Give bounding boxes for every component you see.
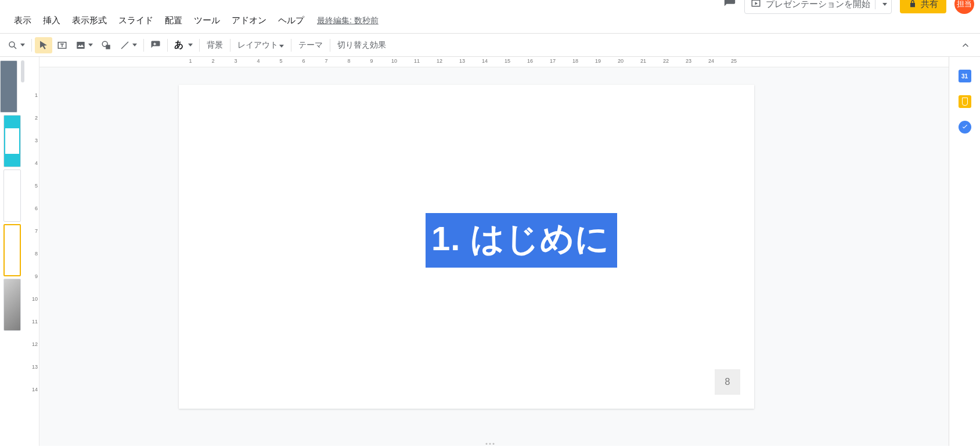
tasks-icon[interactable]: [959, 121, 971, 134]
chevron-down-icon: [88, 44, 93, 46]
ruler-vertical: 1234567891011121314: [24, 57, 39, 446]
slide-title-text[interactable]: 1. はじめに: [426, 213, 617, 268]
separator: [330, 39, 330, 52]
keep-icon[interactable]: [959, 95, 971, 108]
image-tool[interactable]: [72, 37, 96, 53]
slide-thumbnail[interactable]: [3, 115, 21, 167]
shape-icon: [101, 40, 111, 51]
separator: [199, 39, 200, 52]
collapse-toolbar-icon[interactable]: [960, 40, 971, 51]
share-label: 共有: [921, 0, 938, 10]
slide-thumbnail[interactable]: [0, 60, 17, 113]
filmstrip[interactable]: [0, 57, 24, 446]
layout-label: レイアウト: [237, 40, 278, 49]
cursor-icon: [38, 40, 49, 51]
slide-thumbnail[interactable]: [3, 170, 21, 222]
separator: [167, 39, 168, 52]
menu-view[interactable]: 表示: [8, 13, 37, 28]
title-bar: プレゼンテーションを開始 共有 担当: [0, 0, 980, 10]
line-tool[interactable]: [116, 37, 140, 53]
play-in-box-icon: [751, 0, 761, 9]
layout-button[interactable]: レイアウト: [233, 38, 289, 53]
lock-icon: [908, 0, 917, 9]
add-comment-icon: [150, 40, 161, 51]
calendar-icon[interactable]: 31: [959, 70, 971, 82]
chevron-down-icon: [279, 45, 284, 48]
side-panel: 31: [949, 57, 980, 446]
chevron-down-icon: [882, 3, 887, 6]
select-tool[interactable]: [35, 37, 52, 53]
textbox-icon: [57, 40, 67, 51]
page-number: 8: [715, 369, 740, 395]
share-button[interactable]: 共有: [900, 0, 946, 13]
zoom-button[interactable]: [4, 37, 28, 53]
menu-format[interactable]: 表示形式: [66, 13, 113, 28]
workspace: 1234567891011121314 12345678910111213141…: [0, 57, 980, 446]
avatar-initial: 担当: [957, 0, 972, 9]
svg-rect-4: [106, 45, 110, 49]
menu-tools[interactable]: ツール: [188, 13, 226, 28]
input-lang-label: あ: [174, 39, 183, 51]
svg-point-0: [9, 42, 15, 47]
present-button[interactable]: プレゼンテーションを開始: [744, 0, 892, 14]
textbox-tool[interactable]: [53, 37, 71, 53]
present-dropdown[interactable]: [875, 0, 885, 9]
slide-thumbnail[interactable]: [3, 279, 21, 331]
background-button[interactable]: 背景: [202, 38, 228, 53]
last-edit-link[interactable]: 最終編集: 数秒前: [317, 16, 379, 26]
chevron-down-icon: [20, 44, 25, 46]
comments-button[interactable]: [723, 0, 736, 12]
menu-insert[interactable]: 挿入: [37, 13, 66, 28]
separator: [31, 39, 32, 52]
menu-bar: 表示 挿入 表示形式 スライド 配置 ツール アドオン ヘルプ 最終編集: 数秒…: [0, 10, 980, 34]
svg-rect-2: [77, 42, 85, 49]
ruler-horizontal: 1234567891011121314151617181920212223242…: [39, 57, 949, 67]
slide-thumbnail-selected[interactable]: [3, 224, 21, 276]
theme-button[interactable]: テーマ: [294, 38, 327, 53]
slide[interactable]: 1. はじめに 8: [179, 85, 754, 409]
account-avatar[interactable]: 担当: [954, 0, 974, 14]
present-label: プレゼンテーションを開始: [766, 0, 870, 10]
zoom-icon: [8, 40, 18, 51]
toolbar: あ 背景 レイアウト テーマ 切り替え効果: [0, 34, 980, 57]
canvas[interactable]: 1. はじめに 8: [39, 67, 949, 446]
line-icon: [120, 40, 130, 51]
menu-slide[interactable]: スライド: [113, 13, 159, 28]
comment-icon: [723, 0, 736, 9]
menu-addons[interactable]: アドオン: [226, 13, 272, 28]
drag-handle-icon[interactable]: [486, 443, 495, 445]
image-icon: [75, 40, 86, 51]
transition-button[interactable]: 切り替え効果: [333, 38, 391, 53]
menu-help[interactable]: ヘルプ: [272, 13, 310, 28]
add-comment-tool[interactable]: [147, 37, 164, 53]
shape-tool[interactable]: [98, 37, 115, 53]
chevron-down-icon: [132, 44, 137, 46]
separator: [230, 39, 230, 52]
editor: 1234567891011121314151617181920212223242…: [39, 57, 949, 446]
separator: [291, 39, 291, 52]
menu-arrange[interactable]: 配置: [159, 13, 188, 28]
input-method[interactable]: あ: [171, 37, 196, 53]
chevron-down-icon: [188, 44, 193, 46]
separator: [143, 39, 144, 52]
